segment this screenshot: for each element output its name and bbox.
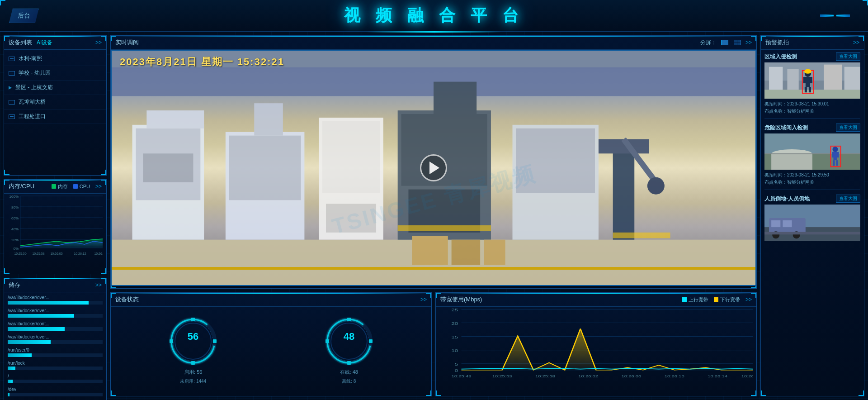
svg-text:100%: 100%	[9, 195, 19, 199]
svg-point-115	[832, 147, 838, 152]
svg-text:20: 20	[451, 321, 458, 325]
device-status-panel: 设备状态 >>	[110, 292, 432, 396]
memory-label: 内存	[58, 183, 68, 190]
storage-bar-bg	[8, 340, 103, 344]
svg-rect-61	[213, 339, 217, 343]
list-item[interactable]: 工程处进口	[4, 110, 106, 124]
svg-rect-62	[191, 361, 195, 365]
svg-text:25: 25	[451, 308, 458, 312]
svg-rect-27	[146, 110, 204, 129]
up-label: 上行宽带	[689, 296, 708, 303]
device-tab-ai[interactable]: AI设备	[37, 39, 52, 47]
alert-2-point: 布点名称：智能分析网关	[764, 179, 860, 186]
storage-bar-bg	[8, 393, 103, 396]
split-4-button[interactable]	[733, 39, 742, 46]
svg-rect-106	[809, 87, 811, 92]
storage-path: /dev	[8, 387, 16, 392]
device-list-panel: 设备列表 AI设备 >> 水利-南照 学校 - 幼儿园 景区 - 上杭文庙	[4, 35, 107, 176]
list-item: /var/lib/docker/cont...	[8, 321, 103, 331]
svg-rect-71	[347, 361, 351, 365]
svg-text:56: 56	[188, 331, 198, 342]
storage-bar-fill	[8, 314, 74, 318]
list-item[interactable]: 景区 - 上杭文庙	[4, 81, 106, 95]
svg-text:10:25:58: 10:25:58	[535, 375, 555, 378]
svg-rect-54	[613, 233, 670, 238]
svg-text:10: 10	[451, 349, 458, 353]
svg-rect-33	[326, 204, 376, 232]
alert-2-view-button[interactable]: 查看大图	[836, 124, 860, 132]
gauge-2-sub: 离线: 8	[342, 378, 356, 385]
play-button[interactable]	[420, 154, 447, 181]
svg-text:10:26:02: 10:26:02	[578, 375, 598, 378]
alert-2-image	[764, 133, 860, 170]
alert-1-view-button[interactable]: 查看大图	[836, 52, 860, 61]
svg-rect-117	[832, 152, 834, 157]
alert-1-time: 抓拍时间：2023-08-21 15:30:01	[764, 100, 860, 108]
gauge-container: 56 启用: 56 未启用: 1444	[111, 307, 431, 394]
alert-3-type: 人员倒地-人员倒地	[764, 195, 810, 203]
storage-bar-bg	[8, 367, 103, 370]
list-icon	[9, 71, 15, 76]
svg-rect-26	[143, 153, 193, 182]
svg-rect-102	[806, 77, 810, 87]
device-name: 水利-南照	[19, 55, 42, 62]
storage-bar-fill	[8, 327, 65, 331]
storage-header: 储存 >>	[4, 278, 106, 292]
video-content[interactable]: 2023年8月21日 星期一 15:32:21	[111, 50, 756, 286]
video-controls: 分屏： >>	[700, 39, 752, 47]
device-name: 景区 - 上杭文庙	[15, 84, 53, 91]
gauge-2-label: 在线: 48	[340, 369, 358, 376]
device-list-header: 设备列表 AI设备 >>	[4, 36, 106, 50]
split-1-button[interactable]	[720, 39, 729, 46]
alert-panel: 预警抓拍 >> 区域入侵检测 查看大图	[760, 35, 864, 396]
cpu-memory-panel: 内存/CPU 内存 CPU >>	[4, 179, 107, 274]
list-item: /var/lib/docker/over...	[8, 295, 103, 305]
storage-path: /var/lib/docker/over...	[8, 308, 49, 313]
gauge-2-wrap: 48 在线: 48 离线: 8	[324, 316, 374, 385]
list-item[interactable]: 瓦埠湖大桥	[4, 95, 106, 110]
svg-rect-72	[326, 339, 329, 343]
back-button[interactable]: 后台	[9, 9, 39, 23]
storage-bar-fill	[8, 340, 51, 344]
storage-bar-bg	[8, 301, 103, 305]
svg-rect-45	[452, 240, 480, 265]
alert-1-info: 抓拍时间：2023-08-21 15:30:01 布点名称：智能分析网关	[764, 100, 860, 115]
up-legend: 上行宽带	[682, 296, 708, 303]
list-item[interactable]: 学校 - 幼儿园	[4, 66, 106, 81]
video-timestamp: 2023年8月21日 星期一 15:32:21	[120, 55, 284, 69]
svg-text:10:26:10: 10:26:10	[665, 375, 684, 378]
storage-path: /run/user/0	[8, 348, 29, 352]
storage-panel: 储存 >> /var/lib/docker/over... /var/lib/d…	[4, 278, 107, 400]
alert-3-view-button[interactable]: 查看大图	[836, 195, 860, 203]
header: 后台 视 频 融 合 平 台	[0, 0, 868, 32]
gauge-1-sub: 未启用: 1444	[180, 378, 206, 385]
svg-rect-104	[810, 77, 812, 83]
gauge-1-label: 启用: 56	[184, 369, 202, 376]
svg-rect-40	[613, 146, 635, 239]
svg-text:10:25:53: 10:25:53	[492, 375, 512, 378]
device-name: 瓦埠湖大桥	[19, 98, 46, 106]
svg-rect-130	[764, 232, 860, 234]
video-header: 实时调阅 分屏： >>	[111, 36, 756, 50]
svg-rect-39	[516, 129, 595, 193]
storage-path: /var/lib/docker/over...	[8, 334, 49, 339]
svg-rect-119	[833, 160, 835, 166]
alert-item-3: 人员倒地-人员倒地 查看大图	[764, 195, 860, 246]
storage-bar-fill	[8, 301, 89, 305]
up-dot	[682, 297, 687, 302]
cpu-legend: 内存 CPU >>	[52, 183, 102, 190]
alert-1-svg	[764, 62, 860, 99]
svg-text:5: 5	[455, 362, 458, 367]
svg-text:10:26:06: 10:26:06	[622, 375, 642, 378]
cpu-dot	[73, 184, 78, 189]
svg-rect-70	[369, 339, 373, 343]
cpu-label: CPU	[80, 184, 90, 189]
cpu-chart-container: 100% 80% 60% 40% 20% 0%	[4, 194, 106, 262]
list-item[interactable]: 水利-南照	[4, 52, 106, 66]
svg-text:80%: 80%	[11, 205, 19, 210]
storage-bar-bg	[8, 327, 103, 331]
bandwidth-panel: 带宽使用(Mbps) 上行宽带 下行宽带 >>	[435, 292, 757, 396]
alert-list: 区域入侵检测 查看大图	[761, 50, 864, 394]
bandwidth-chart-area: 25 20 15 10 5 0	[436, 307, 756, 385]
alert-1-point: 布点名称：智能分析网关	[764, 108, 860, 115]
